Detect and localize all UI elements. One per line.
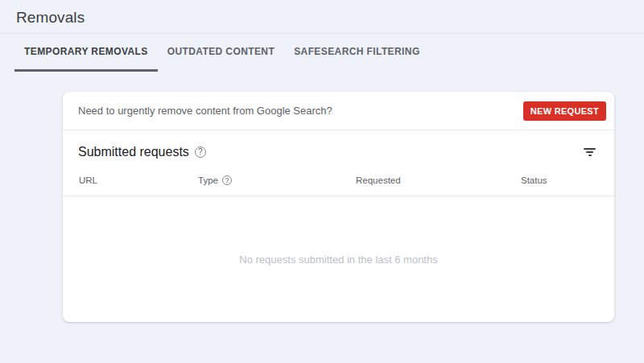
removals-card: Need to urgently remove content from Goo…	[63, 92, 614, 322]
tab-safesearch-filtering[interactable]: SAFESEARCH FILTERING	[284, 34, 429, 72]
page-title: Removals	[16, 9, 644, 27]
filter-list-icon[interactable]	[580, 145, 599, 159]
column-header-status: Status	[521, 175, 547, 185]
tab-label: SAFESEARCH FILTERING	[294, 46, 419, 57]
tab-label: OUTDATED CONTENT	[167, 46, 275, 57]
urgent-banner-text: Need to urgently remove content from Goo…	[78, 105, 332, 117]
page-header: Removals	[0, 0, 644, 34]
section-title: Submitted requests	[78, 145, 189, 159]
urgent-banner: Need to urgently remove content from Goo…	[63, 92, 614, 130]
tab-bar: TEMPORARY REMOVALS OUTDATED CONTENT SAFE…	[0, 34, 644, 72]
column-header-type: Type ?	[198, 175, 232, 185]
tab-temporary-removals[interactable]: TEMPORARY REMOVALS	[14, 34, 158, 72]
column-header-requested: Requested	[356, 175, 401, 185]
empty-state: No requests submitted in the last 6 mont…	[63, 196, 614, 322]
tab-outdated-content[interactable]: OUTDATED CONTENT	[158, 34, 285, 72]
submitted-requests-header: Submitted requests ?	[63, 130, 614, 168]
empty-state-message: No requests submitted in the last 6 mont…	[239, 254, 437, 266]
help-icon[interactable]: ?	[195, 146, 206, 158]
requests-table-header: URL Type ? Requested Status	[63, 168, 614, 196]
section-title-wrap: Submitted requests ?	[78, 145, 206, 159]
column-header-url: URL	[79, 175, 97, 185]
new-request-button[interactable]: NEW REQUEST	[523, 101, 606, 121]
tab-label: TEMPORARY REMOVALS	[24, 46, 148, 57]
help-icon[interactable]: ?	[222, 175, 232, 185]
